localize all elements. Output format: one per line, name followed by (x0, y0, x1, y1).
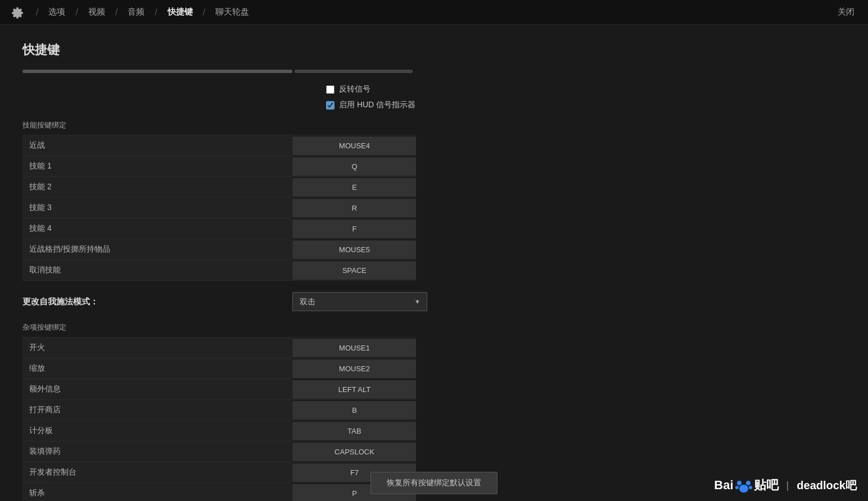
watermark-divider: | (786, 480, 789, 491)
restore-button[interactable]: 恢复所有按键绑定默认设置 (370, 472, 498, 494)
invert-signal-checkbox[interactable] (326, 85, 334, 94)
keybind-label: 近战 (22, 135, 292, 156)
misc-keybind-row: 装填弹药CAPSLOCK (22, 441, 416, 462)
selfcast-select-wrapper: 双击单击按住 (292, 292, 427, 311)
keybind-key[interactable]: F (292, 220, 416, 238)
keybind-key[interactable]: TAB (292, 422, 416, 440)
svg-point-0 (737, 481, 742, 485)
skill-keybind-table: 近战MOUSE4技能 1Q技能 2E技能 3R技能 4F近战格挡/投掷所持物品M… (22, 135, 416, 281)
hud-signal-checkbox[interactable] (326, 101, 334, 110)
keybind-label: 技能 4 (22, 218, 292, 239)
signal-checkboxes: 反转信号 启用 HUD 信号指示器 (22, 84, 846, 110)
misc-keybind-row: 打开商店B (22, 400, 416, 421)
keybind-label: 技能 3 (22, 198, 292, 218)
skill-keybind-row: 技能 3R (22, 198, 416, 218)
keybind-label: 技能 2 (22, 177, 292, 197)
skill-section-title: 技能按键绑定 (22, 120, 846, 130)
keybind-label: 打开商店 (22, 400, 292, 420)
misc-keybind-row: 开火MOUSE1 (22, 337, 416, 358)
watermark-bai: Bai (714, 478, 733, 493)
selfcast-label: 更改自我施法模式： (22, 297, 292, 307)
keybind-key[interactable]: MOUSE5 (292, 240, 416, 259)
invert-signal-label[interactable]: 反转信号 (339, 84, 370, 94)
scroll-track-left (22, 70, 292, 73)
skill-keybind-row: 近战格挡/投掷所持物品MOUSE5 (22, 239, 416, 260)
nav-separator-3: / (115, 7, 117, 17)
baidu-paw-icon (734, 475, 754, 495)
svg-point-3 (749, 486, 752, 489)
watermark-logo: Bai 贴吧 (714, 475, 778, 495)
keybind-key[interactable]: MOUSE1 (292, 339, 416, 357)
nav-separator-5: / (203, 7, 205, 17)
misc-keybind-row: 额外信息LEFT ALT (22, 379, 416, 400)
nav-separator-2: / (75, 7, 78, 17)
selfcast-select[interactable]: 双击单击按住 (292, 292, 427, 311)
misc-keybind-row: 缩放MOUSE2 (22, 358, 416, 379)
keybind-label: 开火 (22, 338, 292, 358)
skill-keybind-row: 技能 4F (22, 218, 416, 239)
nav-item-audio[interactable]: 音频 (123, 6, 149, 19)
hud-signal-row: 启用 HUD 信号指示器 (326, 100, 415, 110)
nav-separator-1: / (36, 7, 38, 17)
misc-section-title: 杂项按键绑定 (22, 322, 846, 333)
nav-item-hotkeys[interactable]: 快捷键 (163, 6, 197, 19)
skill-keybind-row: 技能 2E (22, 177, 416, 198)
keybind-key[interactable]: MOUSE4 (292, 136, 416, 155)
skill-keybind-row: 近战MOUSE4 (22, 135, 416, 156)
misc-keybind-row: 计分板TAB (22, 421, 416, 441)
keybind-label: 近战格挡/投掷所持物品 (22, 239, 292, 259)
watermark-brand: deadlock吧 (797, 478, 857, 493)
hud-signal-label[interactable]: 启用 HUD 信号指示器 (339, 100, 415, 110)
content-area: 快捷键 反转信号 启用 HUD 信号指示器 技能按键绑定 近战MOUSE4技能 … (0, 25, 868, 501)
page-title: 快捷键 (22, 42, 846, 58)
watermark: Bai 贴吧 | deadlock吧 (714, 475, 857, 495)
keybind-label: 装填弹药 (22, 441, 292, 462)
scroll-track (22, 70, 846, 73)
keybind-key[interactable]: SPACE (292, 261, 416, 280)
selfcast-row: 更改自我施法模式： 双击单击按住 (22, 292, 846, 311)
keybind-key[interactable]: R (292, 199, 416, 217)
svg-point-2 (735, 486, 739, 489)
keybind-label: 额外信息 (22, 379, 292, 399)
invert-signal-row: 反转信号 (326, 84, 370, 94)
top-navigation: / 选项 / 视频 / 音频 / 快捷键 / 聊天轮盘 关闭 (0, 0, 868, 25)
svg-point-4 (739, 485, 748, 493)
keybind-key[interactable]: MOUSE2 (292, 359, 416, 378)
main-content: 快捷键 反转信号 启用 HUD 信号指示器 技能按键绑定 近战MOUSE4技能 … (0, 25, 868, 501)
gear-icon (9, 4, 25, 20)
close-button[interactable]: 关闭 (833, 4, 859, 20)
keybind-key[interactable]: Q (292, 157, 416, 176)
keybind-key[interactable]: LEFT ALT (292, 380, 416, 399)
skill-keybind-row: 技能 1Q (22, 156, 416, 177)
nav-item-options[interactable]: 选项 (44, 6, 70, 19)
keybind-label: 技能 1 (22, 156, 292, 176)
keybind-key[interactable]: E (292, 178, 416, 197)
keybind-key[interactable]: CAPSLOCK (292, 443, 416, 461)
keybind-key[interactable]: B (292, 401, 416, 420)
svg-point-1 (746, 481, 751, 485)
nav-item-video[interactable]: 视频 (84, 6, 110, 19)
skill-keybind-row: 取消技能SPACE (22, 260, 416, 281)
keybind-label: 计分板 (22, 421, 292, 441)
scroll-track-right (295, 70, 413, 73)
keybind-label: 取消技能 (22, 260, 292, 280)
nav-item-chat-wheel[interactable]: 聊天轮盘 (211, 6, 254, 19)
watermark-suffix: 贴吧 (754, 477, 779, 494)
nav-separator-4: / (155, 7, 157, 17)
keybind-label: 缩放 (22, 358, 292, 379)
